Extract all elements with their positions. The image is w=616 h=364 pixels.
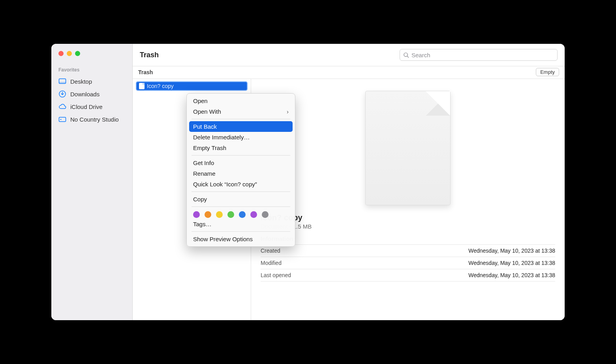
menu-tags[interactable]: Tags… [187, 219, 295, 229]
sidebar-label: Downloads [70, 91, 100, 98]
info-header: Information [261, 235, 555, 242]
context-menu: Open Open With › Put Back Delete Immedia… [186, 93, 295, 247]
svg-rect-1 [59, 82, 66, 84]
tag-orange[interactable] [205, 211, 211, 218]
sidebar-section-favorites: Favorites [51, 67, 132, 75]
sidebar-label: iCloud Drive [70, 103, 103, 110]
info-row-modified: Modified Wednesday, May 10, 2023 at 13:3… [261, 257, 555, 269]
traffic-lights [51, 51, 132, 56]
info-value: Wednesday, May 10, 2023 at 13:38 [468, 272, 555, 278]
info-label: Modified [261, 260, 282, 266]
preview-meta: Icon? copy Document - 1.5 MB Information… [251, 213, 565, 281]
preview-document-icon [365, 91, 451, 205]
file-name: Icon? copy [147, 83, 174, 89]
minimize-window-button[interactable] [67, 51, 72, 56]
tag-green[interactable] [227, 211, 234, 218]
info-row-lastopened: Last opened Wednesday, May 10, 2023 at 1… [261, 269, 555, 281]
sidebar-label: Desktop [70, 78, 92, 85]
cloud-icon [58, 103, 66, 111]
close-window-button[interactable] [58, 51, 64, 56]
menu-separator [192, 206, 290, 207]
sidebar-item-desktop[interactable]: Desktop [51, 75, 132, 88]
sidebar-item-downloads[interactable]: Downloads [51, 88, 132, 100]
finder-window: Favorites Desktop Downloads iCloud Drive… [51, 44, 565, 320]
sidebar-item-icloud[interactable]: iCloud Drive [51, 100, 132, 113]
document-icon [139, 83, 145, 89]
search-icon [403, 52, 409, 58]
preview-kind-size: Document - 1.5 MB [261, 223, 555, 230]
svg-rect-3 [59, 117, 66, 122]
tag-purple[interactable] [193, 211, 200, 218]
menu-get-info[interactable]: Get Info [187, 158, 295, 168]
tag-blue[interactable] [239, 211, 246, 218]
tag-yellow[interactable] [216, 211, 223, 218]
menu-delete-immediately[interactable]: Delete Immediately… [187, 132, 295, 143]
svg-point-4 [60, 119, 62, 120]
sidebar-label: No Country Studio [70, 116, 119, 123]
empty-trash-button[interactable]: Empty [536, 68, 559, 76]
info-label: Last opened [261, 272, 291, 278]
sidebar: Favorites Desktop Downloads iCloud Drive… [51, 44, 132, 320]
preview-thumbnail-area [251, 79, 565, 213]
zoom-window-button[interactable] [75, 51, 80, 56]
location-title: Trash [138, 69, 153, 75]
search-field[interactable] [400, 49, 558, 61]
info-label: Created [261, 248, 280, 254]
info-row-created: Created Wednesday, May 10, 2023 at 13:38 [261, 244, 555, 257]
svg-line-6 [407, 56, 408, 57]
menu-tag-row [187, 209, 295, 219]
downloads-icon [58, 90, 66, 98]
window-title: Trash [140, 51, 159, 59]
search-input[interactable] [411, 52, 554, 58]
folder-icon [58, 115, 66, 123]
desktop-icon [58, 77, 66, 85]
menu-separator [192, 231, 290, 232]
menu-separator [192, 155, 290, 156]
menu-open-with[interactable]: Open With › [187, 106, 295, 117]
menu-empty-trash[interactable]: Empty Trash [187, 143, 295, 153]
menu-rename[interactable]: Rename [187, 168, 295, 179]
menu-quick-look[interactable]: Quick Look “Icon? copy” [187, 179, 295, 190]
menu-copy[interactable]: Copy [187, 194, 295, 205]
info-value: Wednesday, May 10, 2023 at 13:38 [468, 248, 555, 254]
preview-file-name: Icon? copy [261, 213, 555, 222]
info-value: Wednesday, May 10, 2023 at 13:38 [468, 260, 555, 266]
file-row-selected[interactable]: Icon? copy [136, 81, 248, 91]
menu-preview-options[interactable]: Show Preview Options [187, 234, 295, 244]
menu-open[interactable]: Open [187, 96, 295, 106]
chevron-right-icon: › [287, 108, 289, 115]
tag-purple-2[interactable] [250, 211, 257, 218]
menu-put-back[interactable]: Put Back [189, 121, 293, 132]
preview-pane: Icon? copy Document - 1.5 MB Information… [251, 79, 565, 320]
path-bar: Trash Empty [133, 66, 565, 79]
menu-separator [192, 191, 290, 192]
sidebar-item-nocountry[interactable]: No Country Studio [51, 113, 132, 126]
menu-separator [192, 119, 290, 119]
toolbar: Trash [133, 44, 565, 66]
tag-gray[interactable] [262, 211, 269, 218]
